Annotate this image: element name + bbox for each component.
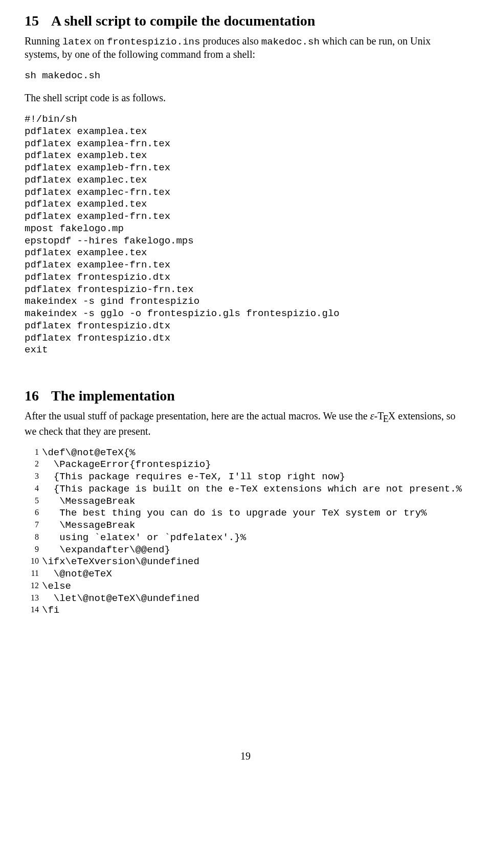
line-code: using `elatex' or `pdfelatex'.}% bbox=[42, 532, 246, 544]
code-line: 6 The best thing you can do is to upgrad… bbox=[25, 507, 466, 520]
code-line: 7 \MessageBreak bbox=[25, 520, 466, 532]
code-line: 14\fi bbox=[25, 605, 466, 617]
text: Running bbox=[25, 35, 62, 47]
section-16-heading: 16The implementation bbox=[25, 387, 466, 405]
page-number: 19 bbox=[25, 750, 466, 763]
section-15-heading: 15A shell script to compile the document… bbox=[25, 12, 466, 30]
line-code: \fi bbox=[42, 605, 59, 617]
line-code: \else bbox=[42, 581, 71, 593]
line-code: \expandafter\@@end} bbox=[42, 544, 170, 557]
line-code: \def\@not@eTeX{% bbox=[42, 447, 135, 459]
epsilon-glyph: ε bbox=[370, 410, 374, 421]
section-15-para-1: Running latex on frontespizio.ins produc… bbox=[25, 35, 466, 61]
line-number: 2 bbox=[25, 459, 42, 471]
section-15-para-2: The shell script code is as follows. bbox=[25, 92, 466, 104]
line-number: 3 bbox=[25, 471, 42, 483]
line-number: 14 bbox=[25, 605, 42, 617]
line-number: 6 bbox=[25, 507, 42, 520]
shell-command: sh makedoc.sh bbox=[25, 70, 466, 82]
code-line: 13 \let\@not@eTeX\@undefined bbox=[25, 593, 466, 605]
line-code: \MessageBreak bbox=[42, 520, 135, 532]
code-inline: makedoc.sh bbox=[261, 36, 320, 48]
code-line: 12\else bbox=[25, 581, 466, 593]
code-line: 3 {This package requires e-TeX, I'll sto… bbox=[25, 471, 466, 483]
shell-script-block: #!/bin/sh pdflatex examplea.tex pdflatex… bbox=[25, 114, 466, 357]
code-line: 9 \expandafter\@@end} bbox=[25, 544, 466, 557]
line-code: The best thing you can do is to upgrade … bbox=[42, 507, 427, 520]
line-number: 8 bbox=[25, 532, 42, 544]
code-line: 4 {This package is built on the e-TeX ex… bbox=[25, 483, 466, 496]
code-line: 2 \PackageError{frontespizio} bbox=[25, 459, 466, 471]
tex-e: E bbox=[383, 414, 389, 424]
line-number: 1 bbox=[25, 447, 42, 459]
line-code: \PackageError{frontespizio} bbox=[42, 459, 211, 471]
line-number: 9 bbox=[25, 544, 42, 557]
code-line: 5 \MessageBreak bbox=[25, 496, 466, 508]
code-line: 11 \@not@eTeX bbox=[25, 568, 466, 581]
line-number: 13 bbox=[25, 593, 42, 605]
section-16-number: 16 bbox=[25, 387, 39, 405]
line-number: 5 bbox=[25, 496, 42, 508]
section-15-title: A shell script to compile the documentat… bbox=[51, 13, 315, 29]
text: produces also bbox=[200, 35, 261, 47]
line-code: {This package requires e-TeX, I'll stop … bbox=[42, 471, 345, 483]
line-number: 4 bbox=[25, 483, 42, 496]
section-16-title: The implementation bbox=[51, 388, 175, 404]
text: After the usual stuff of package present… bbox=[25, 410, 370, 421]
line-code: \let\@not@eTeX\@undefined bbox=[42, 593, 199, 605]
text: on bbox=[92, 35, 107, 47]
code-line: 1\def\@not@eTeX{% bbox=[25, 447, 466, 459]
line-number: 12 bbox=[25, 581, 42, 593]
code-inline: frontespizio.ins bbox=[107, 36, 200, 48]
line-number: 7 bbox=[25, 520, 42, 532]
line-code: \MessageBreak bbox=[42, 496, 135, 508]
code-line: 8 using `elatex' or `pdfelatex'.}% bbox=[25, 532, 466, 544]
code-inline: latex bbox=[62, 36, 92, 48]
line-code: \@not@eTeX bbox=[42, 568, 112, 581]
code-line: 10\ifx\eTeXversion\@undefined bbox=[25, 556, 466, 568]
line-code: \ifx\eTeXversion\@undefined bbox=[42, 556, 199, 568]
section-16-para: After the usual stuff of package present… bbox=[25, 410, 466, 438]
section-15-number: 15 bbox=[25, 12, 39, 30]
line-code: {This package is built on the e-TeX exte… bbox=[42, 483, 462, 496]
line-number: 10 bbox=[25, 556, 42, 568]
line-number: 11 bbox=[25, 568, 42, 581]
numbered-code-block: 1\def\@not@eTeX{%2 \PackageError{frontes… bbox=[25, 447, 466, 617]
tex-x: X bbox=[388, 410, 395, 421]
